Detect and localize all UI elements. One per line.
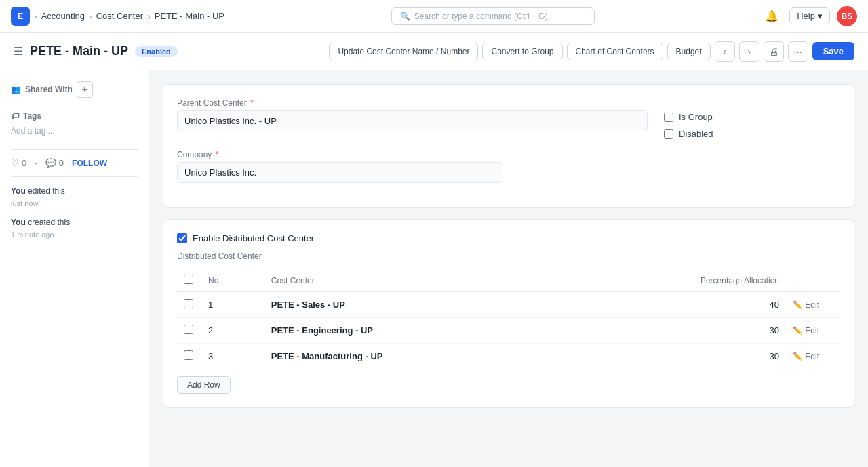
enable-distributed-label: Enable Distributed Cost Center xyxy=(193,233,314,243)
table-row: 1 PETE - Sales - UP 40 ✏️ Edit xyxy=(177,292,840,318)
help-label: Help xyxy=(797,11,815,21)
company-input[interactable] xyxy=(177,162,502,183)
help-button[interactable]: Help ▾ xyxy=(789,7,830,24)
edit-button-0[interactable]: ✏️ Edit xyxy=(793,300,833,310)
enable-distributed-checkbox[interactable] xyxy=(177,233,187,243)
is-group-row[interactable]: Is Group xyxy=(664,112,840,122)
sidebar-divider xyxy=(11,149,138,150)
page-header-right: Update Cost Center Name / Number Convert… xyxy=(329,41,854,62)
activity-time-1: just now xyxy=(11,199,38,207)
table-body: 1 PETE - Sales - UP 40 ✏️ Edit 2 PETE - … xyxy=(177,292,840,369)
shared-with-label: 👥 Shared With + xyxy=(11,81,138,98)
comments-stat[interactable]: 💬 0 xyxy=(45,158,64,168)
row-edit-cell[interactable]: ✏️ Edit xyxy=(786,344,840,369)
tags-section: 🏷 Tags Add a tag ... xyxy=(11,111,138,136)
activity-time-2: 1 minute ago xyxy=(11,230,54,239)
row-checkbox-1[interactable] xyxy=(184,325,193,334)
breadcrumb-current: PETE - Main - UP xyxy=(155,11,224,21)
avatar[interactable]: BS xyxy=(837,6,857,26)
company-required-star: * xyxy=(216,150,219,159)
form-card: Parent Cost Center * Is Group Disabled xyxy=(163,84,854,208)
col-check xyxy=(177,269,201,292)
table-row: 3 PETE - Manufacturing - UP 30 ✏️ Edit xyxy=(177,344,840,369)
likes-stat[interactable]: ♡ 0 xyxy=(11,158,26,168)
search-container[interactable]: 🔍 Search or type a command (Ctrl + G) xyxy=(391,7,595,25)
row-check-cell[interactable] xyxy=(177,318,201,344)
add-row-button[interactable]: Add Row xyxy=(177,376,231,394)
sidebar: 👥 Shared With + 🏷 Tags Add a tag ... ♡ 0… xyxy=(0,70,149,467)
search-icon: 🔍 xyxy=(400,12,410,21)
people-icon: 👥 xyxy=(11,85,21,94)
row-cost-center: PETE - Manufacturing - UP xyxy=(264,344,565,369)
row-edit-cell[interactable]: ✏️ Edit xyxy=(786,318,840,344)
content-area: Parent Cost Center * Is Group Disabled xyxy=(149,70,868,467)
hamburger-icon[interactable]: ☰ xyxy=(14,45,23,58)
is-group-checkbox[interactable] xyxy=(664,113,673,122)
search-placeholder: Search or type a command (Ctrl + G) xyxy=(414,12,548,21)
sep2: › xyxy=(89,11,92,22)
page-header-left: ☰ PETE - Main - UP Enabled xyxy=(14,44,178,58)
row-check-cell[interactable] xyxy=(177,344,201,369)
tags-label: 🏷 Tags xyxy=(11,111,138,121)
edit-button-1[interactable]: ✏️ Edit xyxy=(793,326,833,336)
search-box[interactable]: 🔍 Search or type a command (Ctrl + G) xyxy=(391,7,595,25)
page-header: ☰ PETE - Main - UP Enabled Update Cost C… xyxy=(0,33,868,70)
breadcrumb-accounting[interactable]: Accounting xyxy=(41,11,85,21)
checkboxes-group: Is Group Disabled xyxy=(664,98,840,139)
row-check-cell[interactable] xyxy=(177,292,201,318)
distributed-header: Enable Distributed Cost Center xyxy=(177,233,840,243)
app-icon[interactable]: E xyxy=(11,7,30,26)
parent-cost-center-group: Parent Cost Center * xyxy=(177,98,648,139)
col-allocation: Percentage Allocation xyxy=(565,269,786,292)
add-tag-placeholder[interactable]: Add a tag ... xyxy=(11,126,138,136)
table-header-row: No. Cost Center Percentage Allocation xyxy=(177,269,840,292)
parent-cost-center-label: Parent Cost Center * xyxy=(177,98,648,108)
disabled-row[interactable]: Disabled xyxy=(664,129,840,139)
more-button[interactable]: ··· xyxy=(788,41,808,62)
chevron-down-icon: ▾ xyxy=(818,11,823,21)
table-head: No. Cost Center Percentage Allocation xyxy=(177,269,840,292)
form-row-1: Parent Cost Center * Is Group Disabled xyxy=(177,98,840,139)
comment-icon: 💬 xyxy=(45,158,56,168)
budget-button[interactable]: Budget xyxy=(667,43,711,60)
row-checkbox-0[interactable] xyxy=(184,299,193,308)
save-button[interactable]: Save xyxy=(812,42,854,60)
activity-actor-1: You xyxy=(11,186,26,196)
shared-with-section: 👥 Shared With + xyxy=(11,81,138,98)
row-edit-cell[interactable]: ✏️ Edit xyxy=(786,292,840,318)
convert-to-group-button[interactable]: Convert to Group xyxy=(482,43,562,60)
row-allocation: 30 xyxy=(565,318,786,344)
update-cost-center-button[interactable]: Update Cost Center Name / Number xyxy=(329,43,478,60)
chart-of-cost-centers-button[interactable]: Chart of Cost Centers xyxy=(567,43,663,60)
distributed-subtitle: Distributed Cost Center xyxy=(177,251,840,261)
col-actions xyxy=(786,269,840,292)
comments-count: 0 xyxy=(59,158,64,168)
row-cost-center: PETE - Engineering - UP xyxy=(264,318,565,344)
select-all-checkbox[interactable] xyxy=(184,275,193,284)
activity-actor-2: You xyxy=(11,218,26,227)
print-button[interactable]: 🖨 xyxy=(764,41,784,62)
follow-button[interactable]: FOLLOW xyxy=(72,159,107,168)
top-nav-right: 🔔 Help ▾ BS xyxy=(761,5,857,27)
add-shared-button[interactable]: + xyxy=(77,81,93,98)
prev-button[interactable]: ‹ xyxy=(715,41,735,62)
distributed-table: No. Cost Center Percentage Allocation 1 … xyxy=(177,269,840,369)
notifications-button[interactable]: 🔔 xyxy=(761,5,783,27)
row-allocation: 40 xyxy=(565,292,786,318)
breadcrumb-cost-center[interactable]: Cost Center xyxy=(96,11,143,21)
breadcrumb: E › Accounting › Cost Center › PETE - Ma… xyxy=(11,7,224,26)
row-checkbox-2[interactable] xyxy=(184,350,193,360)
company-group: Company * xyxy=(177,150,502,183)
edit-button-2[interactable]: ✏️ Edit xyxy=(793,352,833,361)
parent-cost-center-input[interactable] xyxy=(177,110,648,131)
distributed-card: Enable Distributed Cost Center Distribut… xyxy=(163,219,854,408)
disabled-checkbox[interactable] xyxy=(664,129,673,139)
activity-action-1: edited this xyxy=(28,186,65,196)
row-no: 1 xyxy=(201,292,264,318)
activity-action-2: created this xyxy=(28,218,70,227)
table-row: 2 PETE - Engineering - UP 30 ✏️ Edit xyxy=(177,318,840,344)
next-button[interactable]: › xyxy=(739,41,760,62)
row-allocation: 30 xyxy=(565,344,786,369)
activity-entry-1: You edited this just now xyxy=(11,185,138,209)
likes-count: 0 xyxy=(22,158,26,168)
